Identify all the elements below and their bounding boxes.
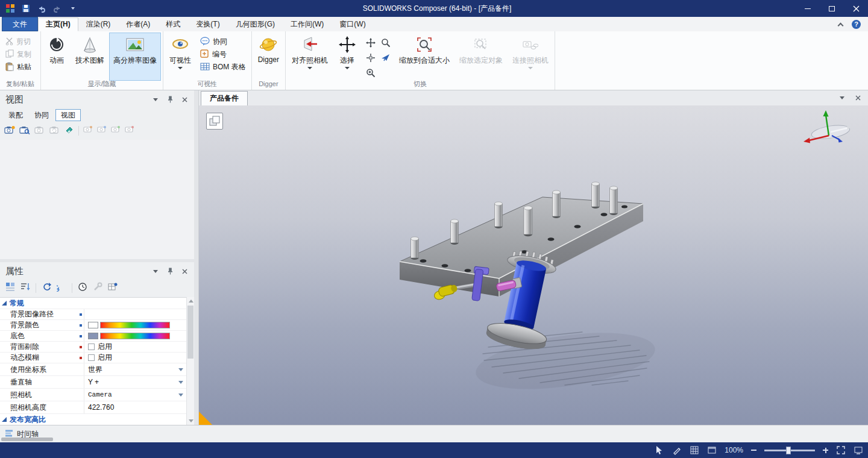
property-row-camera[interactable]: 照相机 Camera — [0, 389, 186, 401]
tech-illustration-button[interactable]: 技术图解 — [72, 33, 108, 80]
view-mode-icon-3[interactable] — [111, 125, 121, 136]
tab-window[interactable]: 窗口(W) — [332, 17, 373, 31]
maximize-button[interactable] — [820, 0, 844, 17]
visibility-button[interactable]: 可视性 — [166, 33, 195, 80]
create-view-icon[interactable] — [4, 125, 15, 137]
pan-icon[interactable] — [363, 50, 378, 65]
views-close-icon[interactable] — [180, 95, 189, 104]
refresh-icon[interactable] — [57, 282, 66, 294]
bom-table-button[interactable]: BOM 表格 — [197, 61, 249, 74]
help-icon[interactable]: ? — [852, 20, 861, 29]
bg-color-gradient[interactable] — [100, 322, 170, 328]
tab-views[interactable]: 视图 — [55, 109, 81, 121]
properties-close-icon[interactable] — [180, 267, 189, 275]
dock-splitter-vertical[interactable] — [194, 90, 199, 425]
visibility-dropdown-icon[interactable] — [178, 67, 183, 69]
tab-collaboration[interactable]: 协同 — [30, 109, 54, 121]
properties-menu-icon[interactable] — [151, 267, 160, 275]
zoom-slider-thumb[interactable] — [786, 447, 791, 454]
property-row-motion-blur[interactable]: 动态模糊 启用 — [0, 353, 186, 363]
fullscreen-icon[interactable] — [854, 444, 863, 456]
tab-author[interactable]: 作者(A) — [118, 17, 158, 31]
annotate-tool-icon[interactable] — [672, 444, 682, 456]
paper-mode-icon[interactable] — [707, 444, 717, 456]
zoom-in-button[interactable] — [823, 444, 828, 456]
file-menu-button[interactable]: 文件 — [2, 17, 38, 31]
property-row-bg-color[interactable]: 背景颜色 — [0, 320, 186, 331]
camera-view-icon-disabled[interactable] — [34, 125, 45, 137]
select-tool-icon[interactable] — [655, 444, 664, 456]
sort-icon[interactable] — [20, 282, 30, 294]
high-res-image-button[interactable]: 高分辨率图像 — [110, 33, 160, 80]
zoom-slider[interactable] — [764, 450, 815, 451]
zoom-fit-button[interactable]: 缩放到合适大小 — [395, 33, 453, 80]
zoom-selection-button[interactable]: 缩放选定对象 — [456, 33, 506, 80]
viewport-pages-icon[interactable] — [206, 113, 223, 130]
dropdown-icon[interactable] — [178, 368, 183, 371]
view-mode-icon-2[interactable] — [97, 125, 107, 136]
tab-assembly[interactable]: 装配 — [4, 109, 28, 121]
minimize-button[interactable] — [796, 0, 820, 17]
document-close-icon[interactable] — [854, 93, 862, 102]
section-publish-aspect[interactable]: 发布宽高比 — [0, 414, 186, 425]
views-list-empty[interactable] — [0, 140, 194, 259]
collaboration-button[interactable]: 协同 — [197, 36, 249, 48]
grid-toggle-icon[interactable] — [690, 444, 699, 456]
eraser-icon[interactable] — [64, 125, 74, 137]
timeline-scroll-nub[interactable] — [1, 438, 53, 441]
refresh-view-icon-disabled[interactable] — [49, 125, 60, 137]
categorize-icon[interactable] — [5, 282, 15, 294]
update-view-icon[interactable] — [19, 125, 30, 137]
property-row-base-color[interactable]: 底色 — [0, 331, 186, 342]
scroll-up-icon[interactable] — [189, 300, 193, 303]
fit-view-icon[interactable] — [836, 444, 846, 456]
animation-button[interactable]: 动画 — [43, 33, 70, 80]
tab-render[interactable]: 渲染(R) — [78, 17, 119, 31]
tab-list-dropdown-icon[interactable] — [838, 93, 846, 102]
property-row-backface-cull[interactable]: 背面剔除 启用 — [0, 342, 186, 353]
timer-icon[interactable] — [78, 282, 87, 294]
zoom-plus-icon[interactable] — [363, 65, 378, 80]
restore-defaults-icon[interactable] — [42, 282, 51, 294]
tab-home[interactable]: 主页(H) — [38, 17, 78, 31]
align-camera-button[interactable]: 对齐照相机 — [288, 33, 332, 80]
property-row-camera-height[interactable]: 照相机高度 422.760 — [0, 401, 186, 414]
paste-button[interactable]: 粘贴 — [2, 61, 34, 74]
tab-geometry[interactable]: 几何图形(G) — [228, 17, 283, 31]
backface-cull-checkbox[interactable] — [88, 344, 95, 350]
pin-table-icon[interactable] — [108, 282, 118, 294]
property-row-coordinate-system[interactable]: 使用坐标系 世界 — [0, 363, 186, 376]
base-color-gradient[interactable] — [100, 333, 170, 339]
property-row-vertical-axis[interactable]: 垂直轴 Y + — [0, 376, 186, 389]
link-camera-button[interactable]: 连接照相机 — [509, 33, 552, 80]
property-row-bg-image-path[interactable]: 背景图像路径 — [0, 309, 186, 320]
wrench-icon[interactable] — [93, 282, 102, 294]
tab-style[interactable]: 样式 — [158, 17, 188, 31]
tab-workshop[interactable]: 工作间(W) — [283, 17, 332, 31]
redo-button[interactable] — [52, 3, 63, 14]
align-camera-dropdown-icon[interactable] — [307, 67, 312, 69]
tab-transform[interactable]: 变换(T) — [188, 17, 227, 31]
scroll-down-icon[interactable] — [189, 419, 193, 422]
undo-button[interactable] — [36, 3, 47, 14]
timeline-panel-collapsed[interactable]: 时间轴 — [0, 425, 868, 442]
qat-dropdown-icon[interactable] — [68, 3, 78, 14]
zoom-out-button[interactable] — [751, 444, 756, 456]
collapse-ribbon-icon[interactable] — [836, 20, 844, 28]
section-general[interactable]: 常规 — [0, 298, 186, 309]
scrollbar-thumb[interactable] — [187, 306, 193, 359]
move-icon[interactable] — [363, 35, 378, 50]
bg-color-swatch[interactable] — [88, 322, 98, 328]
save-button[interactable] — [20, 3, 31, 14]
select-dropdown-icon[interactable] — [345, 67, 350, 69]
copy-button[interactable]: 复制 — [2, 48, 34, 61]
orientation-triad[interactable] — [796, 109, 862, 149]
numbering-button[interactable]: 编号 — [197, 48, 249, 61]
document-tab[interactable]: 产品备件 — [201, 91, 248, 105]
fly-mode-icon[interactable] — [378, 50, 393, 65]
dropdown-icon[interactable] — [178, 394, 183, 397]
properties-scrollbar[interactable] — [186, 297, 194, 425]
dropdown-icon[interactable] — [178, 381, 183, 384]
select-button[interactable]: 选择 — [334, 33, 360, 80]
view-mode-icon-1[interactable] — [83, 125, 93, 136]
